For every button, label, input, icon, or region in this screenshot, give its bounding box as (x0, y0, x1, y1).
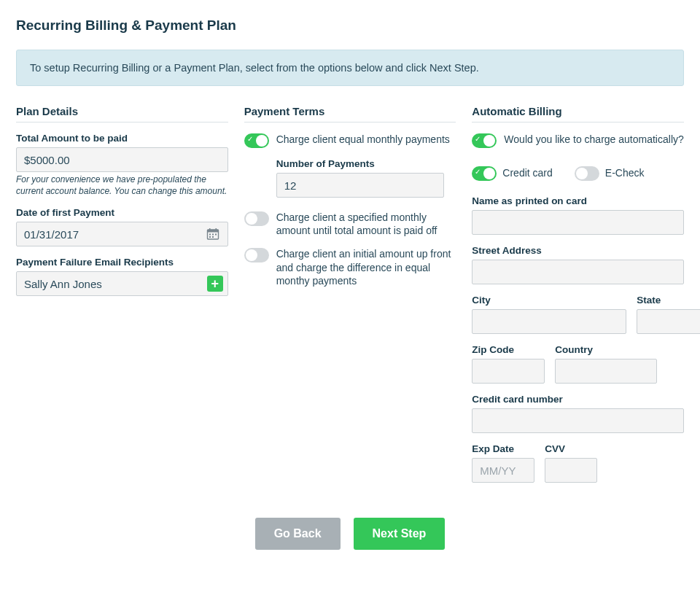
auto-charge-label: Would you like to charge automatically? (504, 133, 683, 146)
page-title: Recurring Billing & Payment Plan (16, 18, 684, 34)
svg-rect-3 (215, 228, 217, 230)
zip-input[interactable] (472, 359, 545, 384)
auto-charge-toggle[interactable]: ✓ (472, 133, 497, 148)
echeck-label: E-Check (605, 166, 645, 179)
automatic-billing-header: Automatic Billing (472, 105, 684, 122)
failure-email-field[interactable] (24, 278, 207, 290)
exp-date-label: Exp Date (472, 443, 534, 454)
num-payments-input[interactable] (276, 173, 444, 198)
card-number-input[interactable] (472, 408, 684, 433)
plan-details-header: Plan Details (16, 105, 228, 122)
city-label: City (472, 295, 626, 306)
country-input[interactable] (555, 359, 657, 384)
street-address-input[interactable] (472, 260, 684, 284)
card-number-label: Credit card number (472, 394, 684, 405)
payment-terms-column: Payment Terms ✓ Charge client equal mont… (244, 105, 456, 483)
svg-rect-8 (212, 236, 214, 238)
country-label: Country (555, 344, 657, 355)
instruction-banner: To setup Recurring Billing or a Payment … (16, 50, 684, 86)
credit-card-toggle[interactable]: ✓ (472, 166, 497, 181)
echeck-toggle[interactable] (575, 166, 599, 181)
calendar-icon[interactable] (206, 227, 220, 241)
first-payment-date-label: Date of first Payment (16, 207, 228, 218)
initial-upfront-toggle[interactable] (244, 248, 269, 262)
svg-rect-2 (209, 228, 211, 230)
cvv-label: CVV (545, 443, 597, 454)
cvv-input[interactable] (545, 458, 597, 483)
specified-monthly-label: Charge client a specified monthly amount… (276, 211, 456, 237)
equal-monthly-toggle[interactable]: ✓ (244, 133, 269, 148)
add-recipient-button[interactable]: + (207, 276, 223, 292)
credit-card-label: Credit card (502, 166, 552, 179)
state-label: State (637, 295, 700, 306)
card-number-field[interactable] (480, 415, 676, 427)
next-step-button[interactable]: Next Step (354, 518, 446, 550)
plan-details-column: Plan Details Total Amount to be paid For… (16, 105, 228, 483)
cvv-field[interactable] (553, 464, 691, 477)
svg-rect-4 (209, 234, 211, 236)
total-amount-label: Total Amount to be paid (16, 133, 228, 144)
failure-email-input[interactable]: + (16, 271, 228, 296)
zip-label: Zip Code (472, 344, 545, 355)
initial-upfront-label: Charge client an initial amount up front… (276, 247, 456, 287)
svg-rect-5 (212, 234, 214, 236)
card-name-input[interactable] (472, 210, 684, 235)
country-field[interactable] (563, 365, 700, 378)
payment-terms-header: Payment Terms (244, 105, 456, 122)
num-payments-label: Number of Payments (276, 158, 444, 169)
total-amount-field[interactable] (24, 154, 220, 166)
specified-monthly-toggle[interactable] (244, 211, 269, 226)
total-amount-help: For your convenience we have pre-populat… (16, 174, 228, 197)
first-payment-date-field[interactable] (24, 228, 206, 241)
street-address-label: Street Address (472, 245, 684, 256)
svg-rect-1 (207, 230, 218, 233)
street-address-field[interactable] (480, 266, 676, 279)
state-field[interactable] (645, 316, 700, 328)
card-name-field[interactable] (480, 217, 676, 229)
num-payments-field[interactable] (284, 179, 436, 192)
city-field[interactable] (480, 316, 618, 328)
automatic-billing-column: Automatic Billing ✓ Would you like to ch… (472, 105, 684, 483)
svg-rect-6 (215, 234, 217, 236)
first-payment-date-input[interactable] (16, 222, 228, 246)
total-amount-input[interactable] (16, 147, 228, 172)
failure-email-label: Payment Failure Email Recipients (16, 257, 228, 268)
city-input[interactable] (472, 309, 626, 334)
exp-date-input[interactable] (472, 458, 534, 483)
go-back-button[interactable]: Go Back (255, 518, 341, 550)
card-name-label: Name as printed on card (472, 195, 684, 206)
svg-rect-7 (209, 236, 211, 238)
state-input[interactable] (637, 309, 700, 334)
equal-monthly-label: Charge client equal monthly payments (276, 133, 450, 146)
